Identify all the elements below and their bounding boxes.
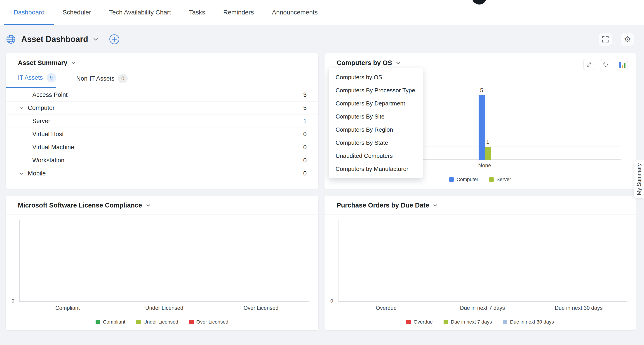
- legend-label: Server: [496, 177, 511, 182]
- row-value: 1: [303, 118, 307, 125]
- tab-it-assets[interactable]: IT Assets 9: [6, 73, 56, 88]
- nav-tab-tech-availability-chart[interactable]: Tech Availability Chart: [109, 0, 171, 25]
- purchase-orders-chevron-icon[interactable]: [432, 203, 438, 208]
- asset-summary-chevron-icon[interactable]: [70, 60, 76, 66]
- legend-swatch: [189, 320, 194, 324]
- menu-item-computers-by-department[interactable]: Computers By Department: [329, 97, 423, 110]
- list-item-access-point[interactable]: Access Point 3: [6, 88, 318, 101]
- computers-by-os-title: Computers by OS: [337, 59, 392, 67]
- legend-swatch: [503, 320, 507, 324]
- expand-widget-button[interactable]: [584, 59, 594, 70]
- row-value: 5: [303, 104, 307, 111]
- nav-tab-announcements[interactable]: Announcements: [272, 0, 318, 25]
- my-summary-label: My Summary: [636, 163, 642, 195]
- legend-swatch: [444, 320, 448, 324]
- chevron-down-icon[interactable]: [19, 171, 24, 176]
- tab-non-it-assets[interactable]: Non-IT Assets 0: [76, 74, 128, 88]
- row-value: 0: [303, 170, 307, 177]
- nav-tabs: Dashboard Scheduler Tech Availability Ch…: [14, 0, 318, 25]
- x-axis-category-label: Under Licensed: [116, 305, 213, 311]
- computers-by-os-widget: Computers by OS: [324, 53, 636, 189]
- legend-item-compliant[interactable]: Compliant: [96, 319, 125, 325]
- asset-summary-tabs: IT Assets 9 Non-IT Assets 0: [6, 73, 318, 88]
- nav-tab-reminders[interactable]: Reminders: [223, 0, 254, 25]
- menu-item-computers-by-processor-type[interactable]: Computers By Processor Type: [329, 84, 423, 97]
- license-compliance-widget: Microsoft Software License Compliance 0 …: [6, 196, 318, 330]
- non-it-assets-count-badge: 0: [118, 74, 128, 83]
- nav-tab-scheduler[interactable]: Scheduler: [62, 0, 91, 25]
- legend-label: Due in next 7 days: [451, 319, 492, 325]
- legend-label: Compliant: [103, 319, 125, 325]
- license-compliance-chevron-icon[interactable]: [145, 203, 151, 208]
- legend-item-over-licensed[interactable]: Over Licensed: [189, 319, 228, 325]
- bar-chart-icon: [619, 61, 626, 68]
- row-value: 0: [303, 144, 307, 151]
- computers-by-os-chevron-icon[interactable]: [395, 60, 401, 66]
- row-value: 3: [303, 91, 307, 98]
- row-label: Workstation: [32, 157, 64, 164]
- chevron-down-icon[interactable]: [19, 105, 24, 111]
- legend-swatch: [136, 320, 141, 324]
- bar-server[interactable]: [485, 147, 491, 160]
- menu-item-computers-by-region[interactable]: Computers By Region: [329, 123, 423, 136]
- legend-item-due-7-days[interactable]: Due in next 7 days: [444, 319, 492, 325]
- asset-summary-widget: Asset Summary IT Assets 9 Non-IT Assets …: [6, 53, 318, 189]
- x-axis-category-label: Over Licensed: [213, 305, 309, 311]
- list-item-virtual-host[interactable]: Virtual Host 0: [6, 128, 318, 141]
- top-navigation: Dashboard Scheduler Tech Availability Ch…: [0, 0, 644, 25]
- menu-item-computers-by-site[interactable]: Computers By Site: [329, 110, 423, 123]
- list-item-server[interactable]: Server 1: [6, 114, 318, 128]
- globe-icon: [6, 34, 16, 44]
- legend-item-computer[interactable]: Computer: [449, 177, 478, 182]
- bar-group-none: 5 1: [478, 87, 491, 160]
- tab-non-it-assets-label: Non-IT Assets: [76, 75, 114, 82]
- legend-item-due-30-days[interactable]: Due in next 30 days: [503, 319, 554, 325]
- legend-swatch: [489, 177, 494, 182]
- purchase-orders-widget: Purchase Orders by Due Date 0 Overdue Du…: [324, 196, 636, 330]
- y-axis-origin-label: 0: [12, 298, 14, 304]
- legend-item-server[interactable]: Server: [489, 177, 511, 182]
- list-item-virtual-machine[interactable]: Virtual Machine 0: [6, 141, 318, 154]
- nav-tab-tasks[interactable]: Tasks: [189, 0, 205, 25]
- widget-toolbar: [584, 59, 628, 70]
- menu-item-unaudited-computers[interactable]: Unaudited Computers: [329, 149, 423, 162]
- menu-item-computers-by-manufacturer[interactable]: Computers by Manufacturer: [329, 162, 423, 175]
- my-summary-tab[interactable]: My Summary: [634, 160, 644, 198]
- purchase-orders-chart: 0: [338, 220, 627, 302]
- settings-button[interactable]: ⚙: [621, 33, 634, 46]
- list-item-computer[interactable]: Computer 5: [6, 101, 318, 114]
- list-item-workstation[interactable]: Workstation 0: [6, 154, 318, 167]
- gear-icon: ⚙: [624, 35, 631, 43]
- refresh-icon: [602, 61, 610, 68]
- bar-value-label: 1: [486, 139, 489, 145]
- bar-value-label: 5: [480, 87, 483, 93]
- x-axis-category-label: Compliant: [19, 305, 116, 311]
- menu-item-computers-by-state[interactable]: Computers By State: [329, 136, 423, 149]
- row-label: Server: [32, 118, 50, 125]
- license-compliance-legend: Compliant Under Licensed Over Licensed: [6, 319, 318, 325]
- legend-swatch: [406, 320, 411, 324]
- menu-item-computers-by-os[interactable]: Computers by OS: [329, 71, 423, 84]
- fullscreen-icon: [601, 35, 610, 43]
- asset-dashboard-app: Dashboard Scheduler Tech Availability Ch…: [0, 0, 644, 345]
- row-label: Computer: [28, 104, 55, 111]
- widget-selector-dropdown: Computers by OS Computers By Processor T…: [328, 68, 423, 178]
- add-dashboard-button[interactable]: [109, 34, 120, 45]
- bar-computer[interactable]: [478, 95, 485, 160]
- list-item-mobile[interactable]: Mobile 0: [6, 167, 318, 180]
- purchase-orders-title: Purchase Orders by Due Date: [337, 202, 429, 209]
- dashboard-selector-chevron-icon[interactable]: [92, 36, 99, 43]
- y-axis-origin-label: 0: [330, 298, 333, 304]
- legend-item-under-licensed[interactable]: Under Licensed: [136, 319, 178, 325]
- refresh-widget-button[interactable]: [600, 59, 611, 70]
- x-axis-categories: Overdue Due in next 7 days Due in next 3…: [338, 305, 627, 311]
- expand-icon: [585, 61, 593, 68]
- row-value: 0: [303, 157, 307, 164]
- legend-label: Under Licensed: [144, 319, 178, 325]
- legend-item-overdue[interactable]: Overdue: [406, 319, 432, 325]
- nav-tab-dashboard[interactable]: Dashboard: [14, 0, 44, 25]
- user-avatar[interactable]: [472, 0, 487, 4]
- chart-type-button[interactable]: [617, 59, 628, 70]
- fullscreen-button[interactable]: [599, 33, 612, 46]
- license-compliance-title: Microsoft Software License Compliance: [18, 202, 142, 209]
